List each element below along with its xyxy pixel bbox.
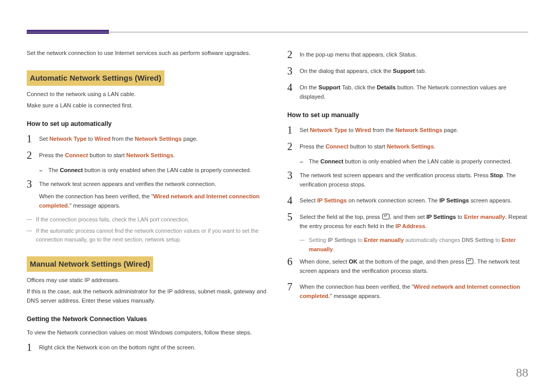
note-icon: ― — [27, 215, 36, 224]
step-number: 2 — [27, 150, 39, 161]
step-number: 3 — [27, 178, 39, 190]
step-body: Select the field at the top, press , and… — [300, 211, 528, 231]
note-icon: ― — [27, 227, 36, 245]
right-column: 2 In the pop-up menu that appears, click… — [287, 49, 528, 358]
subheading-connection-values: Getting the Network Connection Values — [27, 314, 268, 324]
step-number: 6 — [287, 256, 300, 267]
left-column: Set the network connection to use Intern… — [27, 49, 268, 358]
step-body: When done, select OK at the bottom of th… — [300, 256, 528, 276]
step-number: 2 — [287, 141, 300, 152]
step-number: 2 — [287, 49, 300, 60]
page-number: 88 — [516, 366, 528, 380]
step-number: 3 — [287, 65, 300, 77]
values-step-2: 2 In the pop-up menu that appears, click… — [287, 49, 528, 60]
heading-automatic: Automatic Network Settings (Wired) — [27, 70, 164, 86]
step-number: 4 — [287, 195, 300, 206]
step-body: On the Support Tab, click the Details bu… — [300, 82, 528, 102]
step-body: In the pop-up menu that appears, click S… — [300, 49, 528, 60]
auto-subnote: ‒ The Connect button is only enabled whe… — [27, 166, 268, 175]
values-step-4: 4 On the Support Tab, click the Details … — [287, 82, 528, 102]
dash-icon: ‒ — [300, 157, 309, 166]
page-body: Set the network connection to use Intern… — [27, 49, 528, 358]
manual-step-4: 4 Select IP Settings on network connecti… — [287, 195, 528, 206]
step-number: 3 — [287, 170, 300, 181]
enter-key-icon — [466, 258, 473, 264]
manual-step-5: 5 Select the field at the top, press , a… — [287, 211, 528, 231]
values-step-3: 3 On the dialog that appears, click the … — [287, 65, 528, 77]
manual-step-2: 2 Press the Connect button to start Netw… — [287, 141, 528, 152]
step-body: The network test screen appears and veri… — [39, 178, 268, 211]
step-body: On the dialog that appears, click the Su… — [300, 65, 528, 76]
manual-step-6: 6 When done, select OK at the bottom of … — [287, 256, 528, 276]
auto-step-3: 3 The network test screen appears and ve… — [27, 178, 268, 211]
step-body: Set Network Type to Wired from the Netwo… — [39, 133, 268, 144]
step-body: Right click the Network icon on the bott… — [39, 342, 268, 352]
dash-icon: ‒ — [39, 166, 48, 175]
values-step-1: 1 Right click the Network icon on the bo… — [27, 342, 268, 353]
step-body: Set Network Type to Wired from the Netwo… — [300, 124, 528, 135]
auto-desc-2: Make sure a LAN cable is connected first… — [27, 101, 268, 110]
manual-note: ― Setting IP Settings to Enter manually … — [287, 236, 528, 254]
subheading-auto-setup: How to set up automatically — [27, 119, 268, 129]
intro-text: Set the network connection to use Intern… — [27, 49, 268, 58]
step-body: Select IP Settings on network connection… — [300, 195, 528, 206]
manual-step-3: 3 The network test screen appears and th… — [287, 170, 528, 190]
auto-step-2: 2 Press the Connect button to start Netw… — [27, 150, 268, 161]
step-number: 4 — [287, 82, 300, 93]
step-number: 7 — [287, 281, 300, 292]
step-body: The network test screen appears and the … — [300, 170, 528, 190]
step-number: 1 — [27, 342, 39, 353]
step-number: 1 — [287, 124, 300, 136]
manual-subnote: ‒ The Connect button is only enabled whe… — [287, 157, 528, 166]
auto-desc-1: Connect to the network using a LAN cable… — [27, 90, 268, 99]
auto-note-2: ― If the automatic process cannot find t… — [27, 227, 268, 245]
heading-manual: Manual Network Settings (Wired) — [27, 256, 153, 272]
manual-step-1: 1 Set Network Type to Wired from the Net… — [287, 124, 528, 136]
step-number: 1 — [27, 133, 39, 144]
manual-desc-2: If this is the case, ask the network adm… — [27, 287, 268, 306]
manual-step-7: 7 When the connection has been verified,… — [287, 281, 528, 301]
step-body: When the connection has been verified, t… — [300, 281, 528, 301]
enter-key-icon — [382, 214, 390, 219]
manual-desc-1: Offices may use static IP addresses. — [27, 276, 268, 285]
auto-note-1: ― If the connection process fails, check… — [27, 215, 268, 224]
step-number: 5 — [287, 211, 300, 222]
note-icon: ― — [300, 236, 309, 254]
auto-step-1: 1 Set Network Type to Wired from the Net… — [27, 133, 268, 144]
step-body: Press the Connect button to start Networ… — [300, 141, 528, 152]
header-rule — [27, 32, 528, 32]
step-body: Press the Connect button to start Networ… — [39, 150, 268, 160]
values-desc: To view the Network connection values on… — [27, 328, 268, 338]
subheading-manual-setup: How to set up manually — [287, 110, 528, 120]
